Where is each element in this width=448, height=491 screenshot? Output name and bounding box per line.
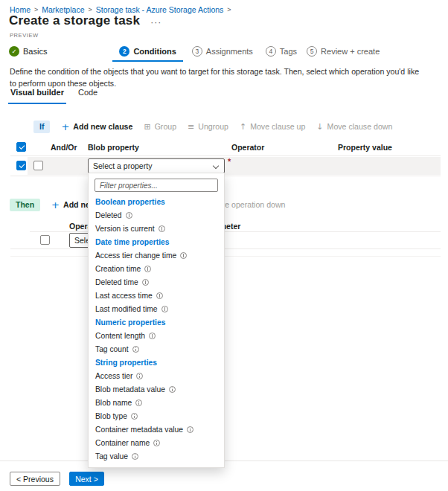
property-option[interactable]: Version is current [89, 223, 224, 234]
command-label: Move clause down [327, 122, 393, 131]
command-icon: ↓ [316, 122, 323, 132]
step-label: Conditions [133, 47, 176, 56]
property-option-label: Blob name [95, 399, 132, 407]
title-bar: Create a storage task ··· [9, 13, 161, 28]
property-option[interactable]: Content length [89, 330, 224, 341]
column-header-blob-property: Blob property [88, 143, 139, 152]
wizard-step[interactable]: 3 Assignments [192, 46, 253, 57]
property-option[interactable]: Container name [89, 438, 224, 449]
property-option[interactable]: Access tier change time [89, 250, 224, 260]
step-indicator-icon: ✓ [9, 46, 19, 57]
property-option[interactable]: Container metadata value [89, 425, 224, 435]
property-option[interactable]: Blob name [89, 398, 224, 408]
property-option[interactable]: Last access time [89, 290, 224, 301]
command-label: Group [155, 122, 176, 131]
step-indicator-icon: 4 [266, 46, 276, 57]
page-title: Create a storage task [9, 13, 140, 28]
blob-property-combobox[interactable]: Select a property [88, 158, 225, 173]
property-option-label: Tag count [95, 345, 129, 353]
property-option-label: Boolean properties [95, 198, 165, 206]
property-option-label: Date time properties [95, 238, 170, 246]
property-option-label: Access tier [95, 372, 132, 380]
command-label: Ungroup [198, 122, 228, 131]
breadcrumb-separator-icon: > [88, 6, 92, 13]
more-options-icon[interactable]: ··· [150, 19, 161, 26]
then-badge: Then [10, 199, 40, 211]
if-row-select-checkbox[interactable] [16, 161, 26, 170]
preview-badge: PREVIEW [10, 32, 39, 39]
toolbar-command: ↓ Move clause down [316, 122, 392, 132]
if-toolbar: If + Add new clause ⊞ Group ≡ Ungroup ↑ … [33, 119, 392, 134]
view-tab[interactable]: Visual builder [10, 88, 65, 101]
if-table-bottom-border [10, 176, 441, 176]
step-label: Tags [280, 47, 297, 56]
property-option-label: Last access time [95, 292, 153, 300]
toolbar-command: ⊞ Group [144, 122, 176, 132]
info-icon [132, 453, 138, 460]
then-row-select-checkbox[interactable] [40, 235, 50, 245]
then-row-bottom-border [10, 248, 441, 249]
property-option: String properties [89, 358, 224, 368]
info-icon [135, 399, 142, 406]
if-select-all-checkbox[interactable] [16, 142, 26, 152]
previous-button[interactable]: < Previous [10, 472, 60, 486]
property-option[interactable]: Blob type [89, 411, 224, 422]
next-button[interactable]: Next > [69, 472, 104, 486]
wizard-step[interactable]: ✓ Basics [9, 46, 47, 57]
column-header-andor: And/Or [51, 143, 77, 152]
filter-properties-input[interactable] [95, 179, 218, 192]
property-option[interactable]: Deleted time [89, 277, 224, 287]
property-option-label: Container metadata value [95, 426, 183, 434]
property-option[interactable]: Creation time [89, 263, 224, 274]
breadcrumb-separator-icon: > [34, 6, 38, 13]
property-option[interactable]: Tag count [89, 344, 224, 355]
page-description: Define the condition of the objects that… [10, 66, 424, 90]
wizard-step[interactable]: 5 Review + create [307, 46, 380, 57]
then-table-bottom-border [10, 256, 441, 257]
info-icon [149, 333, 156, 339]
command-icon: ↑ [240, 122, 246, 132]
property-option-label: Content length [95, 332, 145, 340]
info-icon [136, 373, 143, 379]
view-tab[interactable]: Code [77, 88, 98, 101]
command-icon: + [51, 199, 60, 211]
property-option[interactable]: Blob metadata value [89, 385, 224, 395]
info-icon [156, 292, 163, 299]
info-icon [153, 440, 160, 446]
if-badge: If [33, 121, 50, 133]
wizard-step[interactable]: 4 Tags [266, 46, 297, 57]
property-option: Date time properties [89, 237, 224, 247]
property-option[interactable]: Deleted [89, 210, 224, 220]
property-option-label: Numeric properties [95, 318, 165, 327]
property-option-label: Blob metadata value [95, 385, 165, 394]
step-label: Assignments [206, 47, 253, 56]
required-marker: * [228, 157, 231, 166]
property-dropdown-panel: Boolean properties Deleted Version is cu… [88, 173, 225, 468]
property-option-label: Access tier change time [95, 251, 176, 260]
property-option-label: Creation time [95, 265, 141, 273]
info-icon [169, 386, 176, 393]
property-option[interactable]: Last modified time [89, 304, 224, 314]
toolbar-command[interactable]: + Add new clause [61, 121, 132, 132]
blob-property-value: Select a property [93, 161, 152, 170]
property-option-label: Container name [95, 439, 150, 447]
property-option[interactable]: Tag value [89, 452, 224, 462]
info-icon [144, 266, 151, 272]
property-option: Numeric properties [89, 317, 224, 327]
info-icon [180, 252, 187, 259]
column-header-property-value: Property value [338, 143, 392, 152]
toolbar-command: ≡ Ungroup [188, 122, 228, 132]
chevron-down-icon [213, 163, 219, 169]
command-icon: ≡ [188, 122, 194, 132]
property-option-label: Deleted [95, 211, 122, 219]
property-option[interactable]: Access tier [89, 371, 224, 382]
wizard-step[interactable]: 2 Conditions [119, 46, 176, 57]
property-list: Boolean properties Deleted Version is cu… [89, 196, 224, 462]
wizard-steps: ✓ Basics 2 Conditions 3 Assignments 4 Ta… [9, 45, 380, 57]
breadcrumb-separator-icon: > [227, 6, 231, 13]
property-option-label: Tag value [95, 452, 128, 460]
if-row-andor-checkbox[interactable] [33, 161, 43, 170]
property-option-label: Last modified time [95, 305, 158, 313]
info-icon [132, 346, 139, 353]
info-icon [126, 212, 132, 219]
